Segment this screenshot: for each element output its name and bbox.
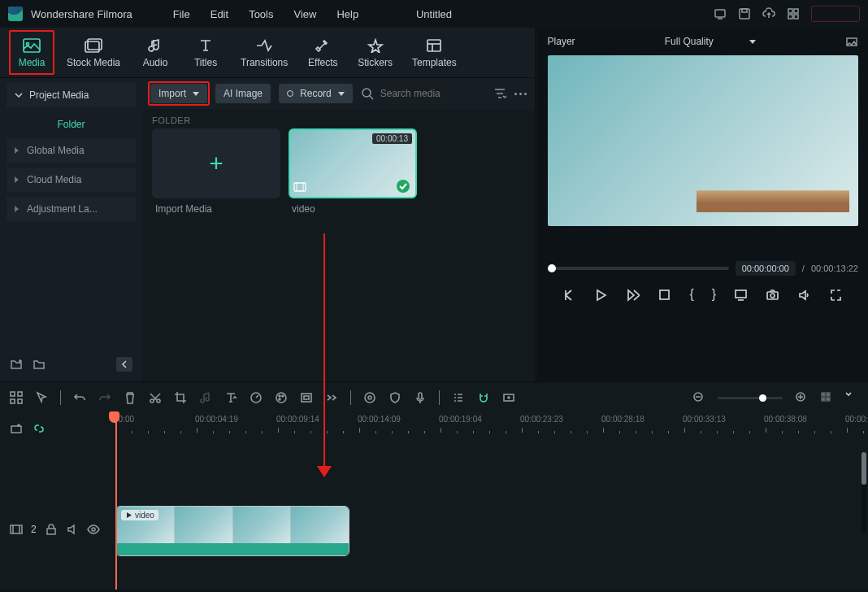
- lock-icon[interactable]: [45, 523, 58, 536]
- marker-icon[interactable]: [363, 391, 376, 404]
- import-media-tile[interactable]: + Import Media: [152, 128, 280, 215]
- apps-grid-icon[interactable]: [787, 7, 800, 20]
- crop-icon[interactable]: [174, 391, 187, 404]
- menu-file[interactable]: File: [173, 8, 190, 20]
- tracks-area[interactable]: video: [114, 444, 868, 590]
- zoom-slider[interactable]: [718, 397, 783, 399]
- progress-playhead[interactable]: [548, 264, 556, 272]
- play-icon[interactable]: [594, 288, 608, 302]
- ai-image-button[interactable]: AI Image: [215, 84, 271, 103]
- more-tools-icon[interactable]: [325, 391, 338, 404]
- progress-bar-row: 00:00:00:00 / 00:00:13:22: [538, 259, 868, 278]
- video-thumbnail[interactable]: 00:00:13: [289, 128, 417, 198]
- svg-point-32: [276, 393, 286, 403]
- zoom-in-icon[interactable]: [795, 391, 808, 404]
- sidebar-item-global[interactable]: Global Media: [7, 138, 136, 163]
- camera-icon[interactable]: [766, 288, 779, 302]
- playhead-handle[interactable]: [109, 411, 119, 423]
- quality-dropdown[interactable]: Full Quality: [662, 34, 759, 49]
- tab-stickers[interactable]: Stickers: [348, 28, 402, 77]
- tab-effects[interactable]: Effects: [297, 28, 348, 77]
- tab-stock-media[interactable]: Stock Media: [57, 28, 130, 77]
- sidebar-item-cloud[interactable]: Cloud Media: [7, 168, 136, 192]
- play-forward-icon[interactable]: [626, 288, 640, 302]
- screen-icon[interactable]: [714, 7, 727, 20]
- snapshot-icon[interactable]: [845, 35, 858, 48]
- collapse-button[interactable]: [116, 357, 132, 372]
- folder-heading[interactable]: Folder: [7, 112, 136, 133]
- save-icon[interactable]: [738, 7, 751, 20]
- cut-icon[interactable]: [149, 391, 162, 404]
- mic-icon[interactable]: [414, 391, 427, 404]
- text-icon[interactable]: [224, 391, 237, 404]
- visibility-icon[interactable]: [87, 523, 100, 536]
- filter-icon[interactable]: [493, 87, 506, 100]
- mark-in-icon[interactable]: {: [689, 287, 693, 302]
- link-icon[interactable]: [33, 422, 46, 435]
- time-sep: /: [802, 263, 805, 273]
- audio-icon[interactable]: [199, 391, 212, 404]
- menu-help[interactable]: Help: [336, 8, 358, 20]
- cursor-icon[interactable]: [35, 391, 48, 404]
- new-folder-icon[interactable]: [10, 358, 23, 371]
- caret-down-icon[interactable]: [845, 391, 858, 404]
- display-icon[interactable]: [734, 288, 748, 302]
- zoom-out-icon[interactable]: [692, 391, 705, 404]
- scrollbar-thumb[interactable]: [861, 452, 866, 485]
- svg-rect-6: [788, 15, 792, 19]
- folder-icon[interactable]: [33, 358, 46, 371]
- caret-icon: [15, 206, 19, 212]
- grid-view-icon[interactable]: [820, 391, 833, 404]
- cloud-upload-icon[interactable]: [762, 7, 775, 20]
- playback-controls: { }: [538, 278, 868, 311]
- progress-bar[interactable]: [548, 267, 729, 270]
- fullscreen-icon[interactable]: [829, 288, 843, 302]
- menu-view[interactable]: View: [293, 8, 316, 20]
- svg-rect-5: [794, 9, 798, 13]
- svg-point-30: [157, 399, 160, 403]
- more-menu-icon[interactable]: [514, 93, 527, 95]
- account-placeholder[interactable]: [811, 6, 860, 22]
- annotation-highlight: [148, 81, 210, 106]
- ruler-tick: 00:00:14:09: [358, 415, 401, 424]
- sidebar-header[interactable]: Project Media: [7, 83, 136, 107]
- tab-titles[interactable]: Titles: [180, 28, 231, 77]
- timeline-clip[interactable]: video: [115, 506, 349, 556]
- delete-icon[interactable]: [124, 391, 137, 404]
- add-track-icon[interactable]: [10, 422, 23, 435]
- tab-audio[interactable]: Audio: [130, 28, 180, 77]
- speed-icon[interactable]: [250, 391, 263, 404]
- tab-templates[interactable]: Templates: [402, 28, 467, 77]
- mask-icon[interactable]: [300, 391, 313, 404]
- tab-transitions[interactable]: Transitions: [231, 28, 297, 77]
- search-input[interactable]: [379, 87, 484, 100]
- time-ruler[interactable]: 00:0000:00:04:1900:00:09:1400:00:14:0900…: [114, 413, 868, 444]
- add-media-thumb[interactable]: +: [152, 128, 280, 198]
- zoom-knob[interactable]: [759, 394, 766, 402]
- redo-icon[interactable]: [98, 391, 111, 404]
- menu-edit[interactable]: Edit: [210, 8, 228, 20]
- list-icon[interactable]: [452, 391, 465, 404]
- import-button[interactable]: Import: [150, 84, 207, 103]
- sidebar-item-adjustment[interactable]: Adjustment La...: [7, 197, 136, 221]
- color-icon[interactable]: [275, 391, 288, 404]
- magnet-icon[interactable]: [477, 391, 490, 404]
- preview-header: Player Full Quality: [538, 28, 868, 55]
- video-track-icon[interactable]: [10, 523, 23, 536]
- record-button[interactable]: Record: [279, 84, 353, 103]
- menu-tools[interactable]: Tools: [249, 8, 273, 20]
- prev-frame-icon[interactable]: [562, 288, 576, 302]
- widgets-icon[interactable]: [10, 391, 23, 404]
- undo-icon[interactable]: [73, 391, 86, 404]
- frame-icon[interactable]: [502, 391, 515, 404]
- mute-icon[interactable]: [66, 523, 79, 536]
- volume-icon[interactable]: [797, 288, 811, 302]
- playhead-line[interactable]: [115, 413, 117, 590]
- preview-video[interactable]: [548, 55, 858, 226]
- mark-out-icon[interactable]: }: [712, 287, 716, 302]
- shield-icon[interactable]: [388, 391, 401, 404]
- search-media[interactable]: [361, 87, 485, 100]
- tab-media[interactable]: Media: [7, 28, 57, 77]
- media-item-video[interactable]: 00:00:13 video: [289, 128, 417, 215]
- stop-icon[interactable]: [658, 288, 671, 302]
